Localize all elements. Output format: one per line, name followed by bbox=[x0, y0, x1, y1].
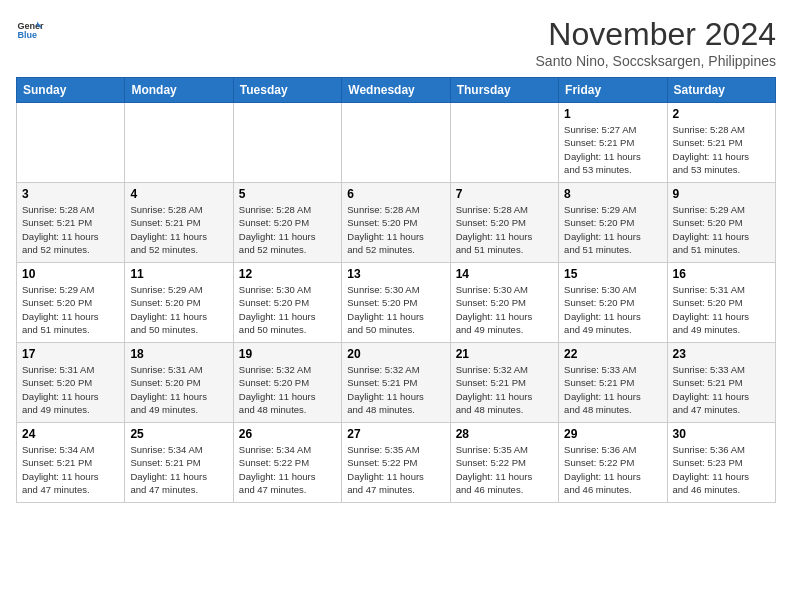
day-info: Sunrise: 5:28 AMSunset: 5:21 PMDaylight:… bbox=[22, 203, 119, 256]
week-row-3: 17Sunrise: 5:31 AMSunset: 5:20 PMDayligh… bbox=[17, 343, 776, 423]
day-info: Sunrise: 5:30 AMSunset: 5:20 PMDaylight:… bbox=[456, 283, 553, 336]
day-info: Sunrise: 5:32 AMSunset: 5:21 PMDaylight:… bbox=[347, 363, 444, 416]
day-info: Sunrise: 5:28 AMSunset: 5:21 PMDaylight:… bbox=[130, 203, 227, 256]
day-info: Sunrise: 5:30 AMSunset: 5:20 PMDaylight:… bbox=[239, 283, 336, 336]
day-number: 4 bbox=[130, 187, 227, 201]
logo-icon: General Blue bbox=[16, 16, 44, 44]
day-cell bbox=[17, 103, 125, 183]
day-cell: 23Sunrise: 5:33 AMSunset: 5:21 PMDayligh… bbox=[667, 343, 775, 423]
day-number: 25 bbox=[130, 427, 227, 441]
day-info: Sunrise: 5:33 AMSunset: 5:21 PMDaylight:… bbox=[564, 363, 661, 416]
day-cell: 20Sunrise: 5:32 AMSunset: 5:21 PMDayligh… bbox=[342, 343, 450, 423]
col-header-tuesday: Tuesday bbox=[233, 78, 341, 103]
day-info: Sunrise: 5:29 AMSunset: 5:20 PMDaylight:… bbox=[22, 283, 119, 336]
col-header-thursday: Thursday bbox=[450, 78, 558, 103]
day-cell: 11Sunrise: 5:29 AMSunset: 5:20 PMDayligh… bbox=[125, 263, 233, 343]
day-info: Sunrise: 5:36 AMSunset: 5:23 PMDaylight:… bbox=[673, 443, 770, 496]
page-header: General Blue November 2024 Santo Nino, S… bbox=[16, 16, 776, 69]
logo: General Blue bbox=[16, 16, 44, 44]
day-cell: 21Sunrise: 5:32 AMSunset: 5:21 PMDayligh… bbox=[450, 343, 558, 423]
day-number: 27 bbox=[347, 427, 444, 441]
day-info: Sunrise: 5:31 AMSunset: 5:20 PMDaylight:… bbox=[673, 283, 770, 336]
day-number: 15 bbox=[564, 267, 661, 281]
day-number: 2 bbox=[673, 107, 770, 121]
day-number: 5 bbox=[239, 187, 336, 201]
day-cell: 22Sunrise: 5:33 AMSunset: 5:21 PMDayligh… bbox=[559, 343, 667, 423]
week-row-1: 3Sunrise: 5:28 AMSunset: 5:21 PMDaylight… bbox=[17, 183, 776, 263]
day-cell: 2Sunrise: 5:28 AMSunset: 5:21 PMDaylight… bbox=[667, 103, 775, 183]
day-cell: 8Sunrise: 5:29 AMSunset: 5:20 PMDaylight… bbox=[559, 183, 667, 263]
day-cell: 10Sunrise: 5:29 AMSunset: 5:20 PMDayligh… bbox=[17, 263, 125, 343]
day-number: 24 bbox=[22, 427, 119, 441]
day-info: Sunrise: 5:32 AMSunset: 5:21 PMDaylight:… bbox=[456, 363, 553, 416]
day-cell: 12Sunrise: 5:30 AMSunset: 5:20 PMDayligh… bbox=[233, 263, 341, 343]
day-number: 19 bbox=[239, 347, 336, 361]
day-cell: 14Sunrise: 5:30 AMSunset: 5:20 PMDayligh… bbox=[450, 263, 558, 343]
month-title: November 2024 bbox=[536, 16, 776, 53]
day-number: 17 bbox=[22, 347, 119, 361]
calendar-table: SundayMondayTuesdayWednesdayThursdayFrid… bbox=[16, 77, 776, 503]
day-cell bbox=[233, 103, 341, 183]
day-info: Sunrise: 5:29 AMSunset: 5:20 PMDaylight:… bbox=[564, 203, 661, 256]
col-header-saturday: Saturday bbox=[667, 78, 775, 103]
day-info: Sunrise: 5:31 AMSunset: 5:20 PMDaylight:… bbox=[22, 363, 119, 416]
day-cell: 19Sunrise: 5:32 AMSunset: 5:20 PMDayligh… bbox=[233, 343, 341, 423]
day-number: 30 bbox=[673, 427, 770, 441]
day-number: 28 bbox=[456, 427, 553, 441]
day-info: Sunrise: 5:30 AMSunset: 5:20 PMDaylight:… bbox=[564, 283, 661, 336]
day-info: Sunrise: 5:30 AMSunset: 5:20 PMDaylight:… bbox=[347, 283, 444, 336]
day-cell: 26Sunrise: 5:34 AMSunset: 5:22 PMDayligh… bbox=[233, 423, 341, 503]
day-number: 16 bbox=[673, 267, 770, 281]
day-info: Sunrise: 5:33 AMSunset: 5:21 PMDaylight:… bbox=[673, 363, 770, 416]
day-number: 11 bbox=[130, 267, 227, 281]
day-number: 21 bbox=[456, 347, 553, 361]
week-row-0: 1Sunrise: 5:27 AMSunset: 5:21 PMDaylight… bbox=[17, 103, 776, 183]
day-number: 14 bbox=[456, 267, 553, 281]
day-number: 9 bbox=[673, 187, 770, 201]
day-number: 26 bbox=[239, 427, 336, 441]
subtitle: Santo Nino, Soccsksargen, Philippines bbox=[536, 53, 776, 69]
day-number: 8 bbox=[564, 187, 661, 201]
day-cell: 16Sunrise: 5:31 AMSunset: 5:20 PMDayligh… bbox=[667, 263, 775, 343]
day-info: Sunrise: 5:35 AMSunset: 5:22 PMDaylight:… bbox=[347, 443, 444, 496]
col-header-monday: Monday bbox=[125, 78, 233, 103]
day-info: Sunrise: 5:28 AMSunset: 5:20 PMDaylight:… bbox=[239, 203, 336, 256]
day-cell bbox=[342, 103, 450, 183]
day-cell: 3Sunrise: 5:28 AMSunset: 5:21 PMDaylight… bbox=[17, 183, 125, 263]
day-info: Sunrise: 5:34 AMSunset: 5:22 PMDaylight:… bbox=[239, 443, 336, 496]
col-header-wednesday: Wednesday bbox=[342, 78, 450, 103]
day-number: 23 bbox=[673, 347, 770, 361]
day-info: Sunrise: 5:34 AMSunset: 5:21 PMDaylight:… bbox=[22, 443, 119, 496]
day-number: 29 bbox=[564, 427, 661, 441]
day-info: Sunrise: 5:27 AMSunset: 5:21 PMDaylight:… bbox=[564, 123, 661, 176]
day-info: Sunrise: 5:31 AMSunset: 5:20 PMDaylight:… bbox=[130, 363, 227, 416]
day-number: 22 bbox=[564, 347, 661, 361]
day-number: 20 bbox=[347, 347, 444, 361]
header-row: SundayMondayTuesdayWednesdayThursdayFrid… bbox=[17, 78, 776, 103]
day-cell bbox=[125, 103, 233, 183]
day-number: 12 bbox=[239, 267, 336, 281]
day-number: 7 bbox=[456, 187, 553, 201]
day-number: 1 bbox=[564, 107, 661, 121]
col-header-friday: Friday bbox=[559, 78, 667, 103]
day-cell: 27Sunrise: 5:35 AMSunset: 5:22 PMDayligh… bbox=[342, 423, 450, 503]
day-info: Sunrise: 5:35 AMSunset: 5:22 PMDaylight:… bbox=[456, 443, 553, 496]
day-cell: 6Sunrise: 5:28 AMSunset: 5:20 PMDaylight… bbox=[342, 183, 450, 263]
day-info: Sunrise: 5:32 AMSunset: 5:20 PMDaylight:… bbox=[239, 363, 336, 416]
day-cell: 1Sunrise: 5:27 AMSunset: 5:21 PMDaylight… bbox=[559, 103, 667, 183]
day-cell: 24Sunrise: 5:34 AMSunset: 5:21 PMDayligh… bbox=[17, 423, 125, 503]
week-row-4: 24Sunrise: 5:34 AMSunset: 5:21 PMDayligh… bbox=[17, 423, 776, 503]
day-info: Sunrise: 5:36 AMSunset: 5:22 PMDaylight:… bbox=[564, 443, 661, 496]
day-cell: 28Sunrise: 5:35 AMSunset: 5:22 PMDayligh… bbox=[450, 423, 558, 503]
day-number: 3 bbox=[22, 187, 119, 201]
day-info: Sunrise: 5:28 AMSunset: 5:20 PMDaylight:… bbox=[347, 203, 444, 256]
week-row-2: 10Sunrise: 5:29 AMSunset: 5:20 PMDayligh… bbox=[17, 263, 776, 343]
day-cell: 25Sunrise: 5:34 AMSunset: 5:21 PMDayligh… bbox=[125, 423, 233, 503]
day-cell: 29Sunrise: 5:36 AMSunset: 5:22 PMDayligh… bbox=[559, 423, 667, 503]
day-cell: 9Sunrise: 5:29 AMSunset: 5:20 PMDaylight… bbox=[667, 183, 775, 263]
day-cell: 4Sunrise: 5:28 AMSunset: 5:21 PMDaylight… bbox=[125, 183, 233, 263]
col-header-sunday: Sunday bbox=[17, 78, 125, 103]
day-info: Sunrise: 5:28 AMSunset: 5:21 PMDaylight:… bbox=[673, 123, 770, 176]
day-number: 13 bbox=[347, 267, 444, 281]
day-info: Sunrise: 5:29 AMSunset: 5:20 PMDaylight:… bbox=[130, 283, 227, 336]
